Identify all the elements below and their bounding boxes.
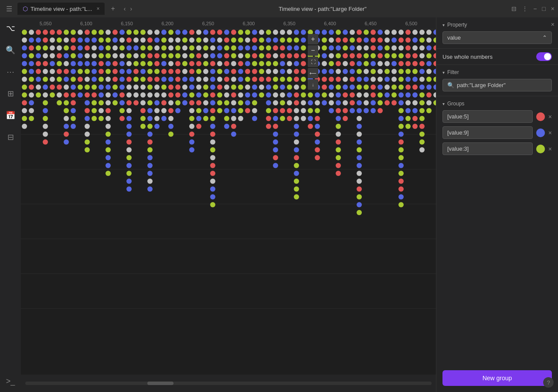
svg-point-100 bbox=[78, 61, 83, 66]
svg-point-154 bbox=[105, 100, 111, 105]
svg-point-98 bbox=[78, 45, 83, 51]
svg-point-634 bbox=[350, 77, 355, 82]
svg-point-143 bbox=[99, 108, 104, 113]
svg-point-461 bbox=[266, 61, 271, 66]
groups-chevron-icon: ▾ bbox=[442, 101, 445, 106]
svg-point-265 bbox=[161, 37, 167, 43]
svg-point-487 bbox=[273, 163, 278, 168]
new-group-button[interactable]: New group bbox=[442, 370, 552, 386]
tab-close-button[interactable]: × bbox=[96, 6, 99, 12]
more-actions-icon[interactable]: ⋮ bbox=[522, 5, 528, 12]
svg-point-199 bbox=[126, 132, 132, 137]
svg-point-96 bbox=[78, 30, 83, 35]
use-whole-numbers-toggle[interactable] bbox=[536, 52, 552, 61]
svg-point-321 bbox=[189, 108, 194, 113]
property-select[interactable]: value ⌃ bbox=[442, 31, 552, 44]
filter-section-header[interactable]: ▾ Filter bbox=[442, 69, 552, 75]
ruler-tick-6: 6,350 bbox=[269, 21, 310, 26]
svg-point-374 bbox=[210, 202, 215, 207]
svg-point-30 bbox=[36, 69, 41, 74]
scrollbar-track[interactable] bbox=[25, 382, 432, 385]
ruler-tick-1: 6,100 bbox=[66, 21, 106, 26]
svg-point-396 bbox=[224, 108, 229, 113]
svg-point-556 bbox=[308, 108, 313, 113]
svg-point-43 bbox=[43, 100, 48, 105]
svg-point-222 bbox=[140, 69, 146, 74]
split-editor-icon[interactable]: ⊟ bbox=[511, 5, 517, 12]
svg-point-439 bbox=[252, 53, 257, 58]
new-tab-button[interactable]: + bbox=[107, 3, 118, 14]
svg-point-577 bbox=[322, 37, 327, 43]
svg-point-165 bbox=[112, 37, 118, 43]
svg-point-36 bbox=[43, 45, 48, 51]
activity-bar-item-extensions[interactable]: ⊞ bbox=[5, 86, 17, 101]
group-input-0[interactable] bbox=[442, 110, 533, 123]
svg-point-258 bbox=[154, 84, 160, 90]
svg-point-658 bbox=[357, 179, 362, 184]
panel-close-button[interactable]: × bbox=[551, 21, 555, 28]
svg-point-102 bbox=[78, 77, 83, 82]
groups-section-header[interactable]: ▾ Groups bbox=[442, 101, 552, 107]
svg-point-729 bbox=[398, 132, 404, 137]
group-input-2[interactable] bbox=[442, 142, 533, 155]
zoom-fit-button[interactable]: ⛶ bbox=[308, 57, 318, 67]
svg-point-599 bbox=[336, 45, 341, 51]
svg-point-198 bbox=[126, 124, 132, 129]
svg-point-256 bbox=[154, 69, 160, 74]
back-button[interactable]: ‹ bbox=[122, 4, 128, 13]
minimize-button[interactable]: − bbox=[533, 5, 537, 12]
maximize-button[interactable]: □ bbox=[542, 5, 545, 12]
svg-point-163 bbox=[105, 171, 111, 176]
svg-point-533 bbox=[294, 194, 299, 199]
svg-point-585 bbox=[322, 100, 327, 105]
activity-bar-item-layout[interactable]: ⊟ bbox=[5, 130, 17, 145]
svg-point-202 bbox=[126, 155, 132, 160]
svg-point-529 bbox=[294, 163, 299, 168]
svg-point-206 bbox=[126, 186, 132, 192]
activity-bar-item-calendar[interactable]: 📅 bbox=[3, 108, 18, 123]
svg-point-251 bbox=[154, 30, 160, 35]
group-remove-0[interactable]: × bbox=[548, 113, 552, 120]
svg-point-622 bbox=[343, 77, 348, 82]
activity-bar-item-search[interactable]: 🔍 bbox=[3, 43, 18, 57]
svg-point-73 bbox=[64, 69, 69, 74]
svg-point-80 bbox=[64, 124, 69, 129]
active-tab[interactable]: ⬡ Timeline view - path:"L... × bbox=[17, 3, 105, 15]
scrollbar-thumb[interactable] bbox=[147, 382, 174, 385]
scroll-down-button[interactable]: ↓ bbox=[308, 79, 318, 90]
svg-point-626 bbox=[343, 108, 348, 113]
activity-bar-item-terminal[interactable]: >_ bbox=[3, 374, 18, 389]
svg-point-496 bbox=[280, 92, 285, 98]
svg-point-539 bbox=[301, 69, 306, 74]
window-title: Timeline view - path:"Large Folder" bbox=[137, 6, 508, 12]
ruler-tick-7: 6,400 bbox=[310, 21, 350, 26]
help-button[interactable]: ? bbox=[543, 377, 554, 388]
group-input-1[interactable] bbox=[442, 126, 533, 139]
zoom-out-button[interactable]: − bbox=[308, 45, 318, 56]
filter-input[interactable] bbox=[457, 82, 547, 88]
group-remove-1[interactable]: × bbox=[548, 129, 552, 136]
group-color-0[interactable] bbox=[536, 112, 545, 121]
scroll-left-button[interactable]: ⟵ bbox=[308, 68, 318, 78]
svg-point-238 bbox=[147, 92, 153, 98]
activity-bar-item-timeline[interactable]: ⌥ bbox=[3, 21, 18, 36]
group-color-1[interactable] bbox=[536, 128, 545, 137]
group-remove-2[interactable]: × bbox=[548, 145, 552, 152]
property-section-header[interactable]: ▾ Property bbox=[442, 22, 552, 28]
svg-point-499 bbox=[280, 116, 285, 121]
timeline-canvas[interactable]: (function() { const svg = document.curre… bbox=[21, 30, 436, 392]
group-color-2[interactable] bbox=[536, 145, 545, 153]
close-button[interactable]: × bbox=[551, 5, 555, 12]
svg-point-76 bbox=[64, 92, 69, 98]
forward-button[interactable]: › bbox=[128, 4, 134, 13]
activity-bar-item-source[interactable]: ⋯ bbox=[4, 64, 17, 79]
svg-point-545 bbox=[301, 116, 306, 121]
svg-point-278 bbox=[168, 45, 174, 51]
svg-point-614 bbox=[336, 163, 341, 168]
svg-point-65 bbox=[57, 84, 62, 90]
sidebar-toggle-icon[interactable]: ☰ bbox=[3, 2, 15, 16]
svg-point-326 bbox=[189, 147, 194, 152]
svg-point-664 bbox=[364, 37, 369, 43]
svg-point-775 bbox=[419, 108, 425, 113]
zoom-in-button[interactable]: + bbox=[308, 34, 318, 44]
